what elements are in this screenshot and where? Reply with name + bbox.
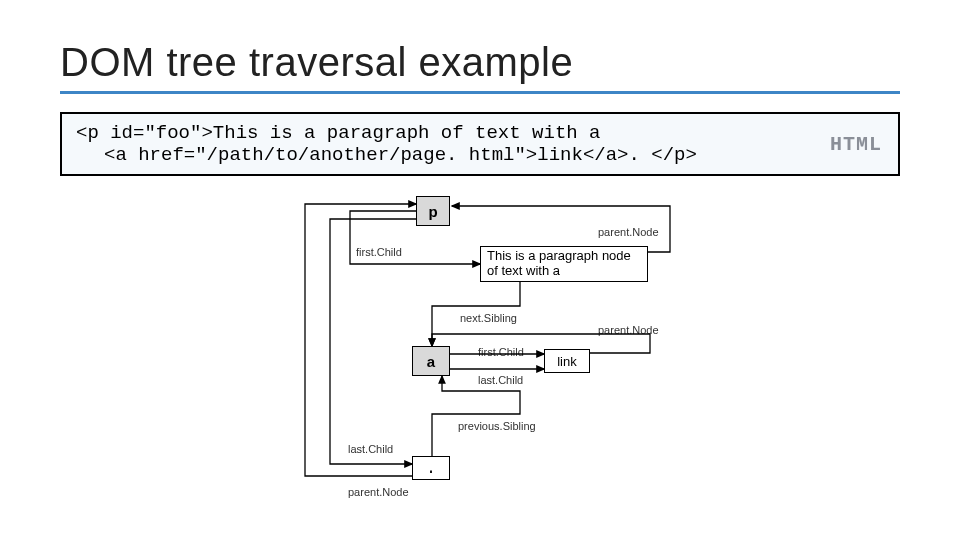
html-badge: HTML xyxy=(830,133,882,156)
label-parentnode-link-a: parent.Node xyxy=(598,324,659,336)
node-text-link: link xyxy=(544,349,590,373)
code-line-1: <p id="foo">This is a paragraph of text … xyxy=(76,122,884,144)
label-previoussibling-dot-a: previous.Sibling xyxy=(458,420,536,432)
dom-diagram: p This is a paragraph node of text with … xyxy=(130,196,830,516)
label-parentnode-text-p: parent.Node xyxy=(598,226,659,238)
node-a: a xyxy=(412,346,450,376)
slide: DOM tree traversal example <p id="foo">T… xyxy=(0,0,960,540)
label-nextsibling-text-a: next.Sibling xyxy=(460,312,517,324)
slide-title: DOM tree traversal example xyxy=(60,40,900,85)
label-firstchild-p-text: first.Child xyxy=(356,246,402,258)
node-text-paragraph: This is a paragraph node of text with a xyxy=(480,246,648,282)
title-wrap: DOM tree traversal example xyxy=(60,40,900,94)
label-lastchild-p-dot: last.Child xyxy=(348,443,393,455)
node-p: p xyxy=(416,196,450,226)
label-lastchild-a-link: last.Child xyxy=(478,374,523,386)
label-firstchild-a-link: first.Child xyxy=(478,346,524,358)
label-parentnode-dot-p: parent.Node xyxy=(348,486,409,498)
title-underline xyxy=(60,91,900,94)
code-box: <p id="foo">This is a paragraph of text … xyxy=(60,112,900,176)
code-line-2: <a href="/path/to/another/page. html">li… xyxy=(76,144,884,166)
node-text-dot: . xyxy=(412,456,450,480)
